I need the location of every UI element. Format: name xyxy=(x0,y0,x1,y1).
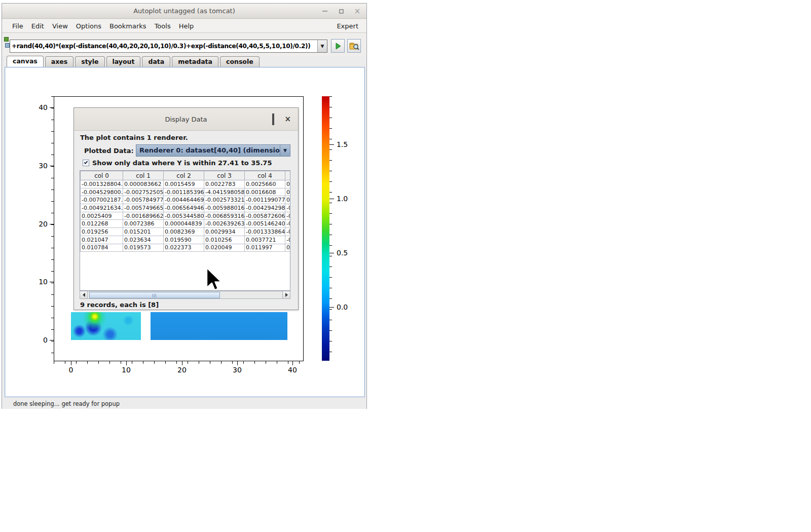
filter-checkbox[interactable] xyxy=(83,160,89,166)
table-row[interactable]: 0.0192560.0152010.00823690.0029934-0.001… xyxy=(81,228,291,236)
table-cell[interactable]: 0.019573 xyxy=(123,244,164,252)
close-icon[interactable]: × xyxy=(353,7,361,15)
menu-view[interactable]: View xyxy=(48,21,72,31)
menu-options[interactable]: Options xyxy=(72,21,105,31)
table-column-header[interactable]: col 4 xyxy=(245,171,285,180)
menu-bookmarks[interactable]: Bookmarks xyxy=(105,21,151,31)
table-cell[interactable]: 0.012268 xyxy=(81,220,123,228)
table-column-header[interactable]: col 3 xyxy=(204,171,245,180)
minimize-icon[interactable] xyxy=(321,7,329,15)
table-cell[interactable]: -0.002639263... xyxy=(204,220,245,228)
table-cell[interactable]: -0.0 xyxy=(285,236,291,244)
address-input[interactable] xyxy=(10,40,317,52)
table-cell[interactable]: -0.005749665... xyxy=(123,204,164,212)
expert-menu[interactable]: Expert xyxy=(336,21,359,31)
menu-edit[interactable]: Edit xyxy=(27,21,48,31)
menu-tools[interactable]: Tools xyxy=(151,21,175,31)
table-cell[interactable]: -0.0 xyxy=(285,212,291,220)
table-cell[interactable]: -0.005146240... xyxy=(245,220,285,228)
plotted-data-combo[interactable]: Renderer 0: dataset[40,40] (dimension...… xyxy=(136,144,290,157)
table-cell[interactable]: -0.006564946... xyxy=(164,204,204,212)
table-column-header[interactable]: col 0 xyxy=(81,171,123,180)
maximize-icon[interactable] xyxy=(337,7,345,15)
table-cell[interactable]: -0.0 xyxy=(285,228,291,236)
table-cell[interactable]: 0.0022783 xyxy=(204,180,245,188)
go-button[interactable] xyxy=(331,39,345,53)
scrollbar-thumb[interactable] xyxy=(89,292,220,298)
table-cell[interactable]: -0.001689662... xyxy=(123,212,164,220)
table-cell[interactable]: -0.0 xyxy=(285,220,291,228)
table-cell[interactable]: 0.00 xyxy=(285,196,291,204)
table-cell[interactable]: -0.004921634... xyxy=(81,204,123,212)
table-cell[interactable]: 0.021047 xyxy=(81,236,123,244)
table-row[interactable]: 0.0025409-0.001689662...-0.005344580...-… xyxy=(81,212,291,220)
table-cell[interactable]: -0.002573321... xyxy=(204,196,245,204)
table-row[interactable]: 0.0122680.00723860.000044839-0.002639263… xyxy=(81,220,291,228)
table-row[interactable]: -0.004921634...-0.005749665...-0.0065649… xyxy=(81,204,291,212)
dialog-titlebar[interactable]: Display Data × xyxy=(74,108,298,131)
table-cell[interactable]: -0.002752505... xyxy=(123,188,164,196)
table-cell[interactable]: 0.023634 xyxy=(123,236,164,244)
table-cell[interactable]: 0.0082369 xyxy=(164,228,204,236)
table-cell[interactable]: 0.000083662 xyxy=(123,180,164,188)
colorbar[interactable] xyxy=(322,96,329,361)
tab-canvas[interactable]: canvas xyxy=(7,56,44,67)
table-cell[interactable]: 0.00 xyxy=(285,180,291,188)
inspect-file-button[interactable] xyxy=(347,39,361,53)
table-cell[interactable]: -0.006859316... xyxy=(204,212,245,220)
table-cell[interactable]: -0.007002187... xyxy=(81,196,123,204)
table-cell[interactable]: -0.001199077... xyxy=(245,196,285,204)
menu-help[interactable]: Help xyxy=(175,21,198,31)
table-column-header[interactable]: col 2 xyxy=(164,171,204,180)
table-row[interactable]: 0.0107840.0195730.0223730.0200490.011997… xyxy=(81,244,291,252)
table-cell[interactable]: 0.019256 xyxy=(81,228,123,236)
tab-console[interactable]: console xyxy=(220,56,260,67)
scroll-left-button[interactable] xyxy=(80,291,88,298)
tab-metadata[interactable]: metadata xyxy=(172,56,218,67)
table-cell[interactable]: -0.0 xyxy=(285,204,291,212)
table-cell[interactable]: 0.0025409 xyxy=(81,212,123,220)
tab-axes[interactable]: axes xyxy=(45,56,73,67)
table-cell[interactable]: 0.0037721 xyxy=(245,236,285,244)
chevron-down-icon[interactable]: ▼ xyxy=(280,145,290,156)
table-cell[interactable]: -4.041598058... xyxy=(204,188,245,196)
table-cell[interactable]: 0.00 xyxy=(285,244,291,252)
table-cell[interactable]: 0.00 xyxy=(285,188,291,196)
tab-data[interactable]: data xyxy=(142,56,170,67)
table-cell[interactable]: 0.011997 xyxy=(245,244,285,252)
tab-style[interactable]: style xyxy=(75,56,104,67)
table-cell[interactable]: -0.005784977... xyxy=(123,196,164,204)
dialog-close-icon[interactable]: × xyxy=(284,116,291,123)
table-cell[interactable]: -0.005872606... xyxy=(245,212,285,220)
address-dropdown-button[interactable]: ▼ xyxy=(317,40,327,52)
table-cell[interactable]: -0.004294298... xyxy=(245,204,285,212)
table-cell[interactable]: 0.0016608 xyxy=(245,188,285,196)
tab-layout[interactable]: layout xyxy=(106,56,141,67)
horizontal-scrollbar[interactable] xyxy=(80,291,290,299)
dialog-maximize-icon[interactable] xyxy=(272,115,274,124)
table-row[interactable]: -0.001328804...0.0000836620.00154590.002… xyxy=(81,180,291,188)
table-cell[interactable]: 0.020049 xyxy=(204,244,245,252)
window-titlebar[interactable]: Autoplot untagged (as tomcat) × xyxy=(2,4,366,19)
table-cell[interactable]: 0.010256 xyxy=(204,236,245,244)
table-cell[interactable]: -0.005988016... xyxy=(204,204,245,212)
table-cell[interactable]: 0.0029934 xyxy=(204,228,245,236)
table-cell[interactable]: -0.001185396... xyxy=(164,188,204,196)
table-cell[interactable]: -0.004464469... xyxy=(164,196,204,204)
table-cell[interactable]: 0.0025660 xyxy=(245,180,285,188)
table-cell[interactable]: -0.004529800... xyxy=(81,188,123,196)
table-row[interactable]: -0.007002187...-0.005784977...-0.0044644… xyxy=(81,196,291,204)
table-cell[interactable]: 0.000044839 xyxy=(164,220,204,228)
table-column-header[interactable] xyxy=(285,171,291,180)
table-cell[interactable]: 0.0072386 xyxy=(123,220,164,228)
plot-canvas[interactable]: 40 30 20 10 0 0 10 20 30 40 xyxy=(5,67,365,397)
table-cell[interactable]: -0.005344580... xyxy=(164,212,204,220)
table-cell[interactable]: 0.010784 xyxy=(81,244,123,252)
table-cell[interactable]: -0.001333864... xyxy=(245,228,285,236)
table-cell[interactable]: 0.0015459 xyxy=(164,180,204,188)
table-cell[interactable]: -0.001328804... xyxy=(81,180,123,188)
table-row[interactable]: -0.004529800...-0.002752505...-0.0011853… xyxy=(81,188,291,196)
table-column-header[interactable]: col 1 xyxy=(123,171,164,180)
scroll-right-button[interactable] xyxy=(282,291,290,298)
table-row[interactable]: 0.0210470.0236340.0195900.0102560.003772… xyxy=(81,236,291,244)
